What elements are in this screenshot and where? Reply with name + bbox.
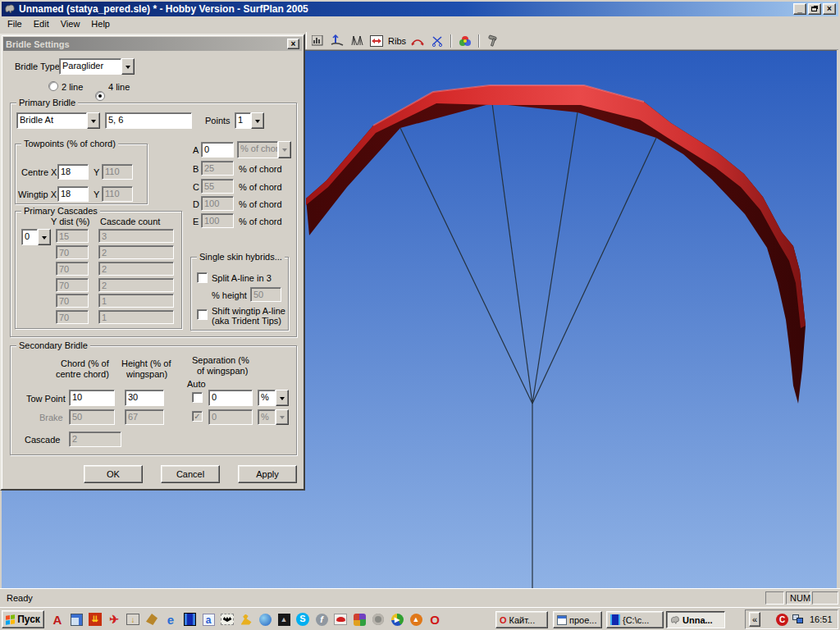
- task-button-surfplan[interactable]: Unna...: [666, 611, 725, 628]
- bridle-at-select[interactable]: Bridle At: [16, 112, 100, 129]
- ydist-row-0: 15: [56, 229, 89, 243]
- server-icon[interactable]: [181, 611, 198, 628]
- media-player-icon[interactable]: ▶: [389, 611, 405, 628]
- menu-help[interactable]: Help: [85, 17, 116, 30]
- chart-icon[interactable]: [309, 34, 326, 48]
- menu-file[interactable]: File: [2, 17, 28, 30]
- count-row-2: 2: [98, 262, 174, 276]
- dialog-titlebar[interactable]: Bridle Settings ×: [3, 37, 302, 51]
- chevron-down-icon[interactable]: [38, 229, 51, 245]
- width-arrows-icon[interactable]: [368, 34, 385, 48]
- tow-chord-input[interactable]: 10: [69, 390, 115, 406]
- wingtip-x-label: Wingtip X: [18, 189, 57, 199]
- cascade-label: Cascade: [25, 435, 60, 445]
- apply-button[interactable]: Apply: [238, 465, 297, 483]
- radio-4line[interactable]: [95, 91, 105, 101]
- google-earth-icon[interactable]: [257, 611, 273, 628]
- flash-player-icon[interactable]: f: [313, 611, 330, 628]
- app-titlebar[interactable]: Unnamed (statya_pered.sle) * - Hobby Ver…: [2, 2, 838, 16]
- toolbar-separator: [478, 34, 480, 48]
- row-e-unit: % of chord: [239, 217, 282, 226]
- chevron-down-icon[interactable]: [251, 112, 264, 129]
- wingtip-x-input[interactable]: 18: [57, 186, 89, 202]
- shift-wingtip-label2: (aka Trident Tips): [212, 316, 281, 326]
- tow-unit-select[interactable]: %: [258, 390, 289, 406]
- statusbar: Ready NUM: [0, 588, 840, 607]
- tow-height-input[interactable]: 30: [125, 390, 164, 406]
- ok-button[interactable]: OK: [84, 465, 143, 483]
- minimize-button[interactable]: _: [793, 3, 806, 15]
- bridle-type-select[interactable]: Paraglider: [59, 58, 135, 75]
- network-tray-icon[interactable]: [792, 614, 804, 624]
- letter-a-icon[interactable]: a: [200, 611, 217, 628]
- scissors-icon[interactable]: [429, 34, 445, 48]
- centre-y-input: 110: [102, 164, 133, 180]
- menu-edit[interactable]: Edit: [28, 17, 55, 30]
- close-button[interactable]: ×: [823, 3, 836, 15]
- bridle-at-points-input[interactable]: 5, 6: [105, 112, 192, 129]
- arc-span-icon[interactable]: [409, 34, 426, 48]
- height-column-header2: wingspan): [126, 369, 167, 379]
- black-app-icon[interactable]: ▲: [276, 611, 292, 628]
- wingtip-y-input: 110: [102, 186, 133, 202]
- opera-icon[interactable]: O: [427, 611, 443, 628]
- row-a-input[interactable]: 0: [201, 142, 234, 158]
- task-button-kite[interactable]: O Кайт...: [495, 611, 548, 628]
- tow-separation-input[interactable]: 0: [208, 390, 253, 406]
- dialog-close-button[interactable]: ×: [287, 39, 299, 49]
- editor-icon[interactable]: [68, 611, 84, 628]
- ydist-row-5: 70: [56, 310, 89, 324]
- taskbar: Пуск A ⇊ ✈ ↓ e a ▲ S f ▶ ▲ O O Кайт... п…: [0, 607, 840, 630]
- chevron-down-icon[interactable]: [87, 112, 100, 129]
- tray-chevron-button[interactable]: «: [749, 612, 760, 627]
- comodo-tray-icon[interactable]: C: [776, 614, 788, 626]
- menu-view[interactable]: View: [55, 17, 86, 30]
- cancel-button[interactable]: Cancel: [161, 465, 220, 483]
- wingtip-y-label: Y: [94, 189, 99, 199]
- split-a-line-checkbox[interactable]: [197, 272, 208, 283]
- windows-logo-icon: [6, 614, 15, 625]
- towpoint-icon[interactable]: [329, 34, 345, 48]
- primary-bridle-legend: Primary Bridle: [16, 98, 78, 107]
- batman-icon[interactable]: [219, 611, 235, 628]
- restore-button[interactable]: [808, 3, 821, 15]
- centre-x-input[interactable]: 18: [57, 164, 89, 180]
- count-row-4: 1: [98, 294, 174, 308]
- satellite-icon[interactable]: [144, 611, 160, 628]
- clock[interactable]: 16:51: [810, 614, 833, 624]
- skype-icon[interactable]: S: [294, 611, 311, 628]
- row-e-key: E: [193, 217, 199, 226]
- tow-auto-checkbox[interactable]: [192, 392, 203, 403]
- picasa-icon[interactable]: [351, 611, 368, 628]
- orange-a-icon[interactable]: ▲: [408, 611, 424, 628]
- tools-icon[interactable]: [238, 611, 254, 628]
- download-master-icon[interactable]: ↓: [125, 611, 141, 628]
- shift-wingtip-checkbox[interactable]: [197, 309, 208, 320]
- task-button-folder[interactable]: {C:\c...: [606, 611, 664, 628]
- colors-icon[interactable]: [457, 34, 473, 48]
- row-c-input: 55: [201, 179, 234, 194]
- shift-wingtip-label: Shift wingtip A-line: [212, 306, 285, 316]
- chevron-down-icon[interactable]: [276, 390, 289, 406]
- lips-icon[interactable]: [332, 611, 349, 628]
- gear-icon[interactable]: [370, 611, 386, 628]
- flashget-icon[interactable]: ⇊: [87, 611, 103, 628]
- separation-column-header: Separation (%: [192, 355, 249, 365]
- cascade-level-select[interactable]: 0: [21, 229, 51, 245]
- chevron-down-icon[interactable]: [121, 58, 135, 75]
- acdsee-icon[interactable]: A: [49, 611, 66, 628]
- count-row-0: 3: [98, 229, 174, 243]
- status-text: Ready: [7, 593, 33, 603]
- points-select[interactable]: 1: [235, 112, 264, 129]
- start-button[interactable]: Пуск: [2, 610, 44, 628]
- status-panel-1: [765, 591, 784, 605]
- height-column-header: Height (% of: [121, 358, 171, 368]
- task-button-project[interactable]: прое...: [553, 611, 602, 628]
- cascade-count-column-header: Cascade count: [100, 217, 160, 226]
- pin-icon[interactable]: ✈: [106, 611, 122, 628]
- internet-explorer-icon[interactable]: e: [162, 611, 179, 628]
- bridle-lines-icon[interactable]: [349, 34, 365, 48]
- ribs-icon[interactable]: Ribs: [388, 34, 406, 48]
- hammer-icon[interactable]: [485, 34, 501, 48]
- radio-2line[interactable]: [48, 81, 58, 91]
